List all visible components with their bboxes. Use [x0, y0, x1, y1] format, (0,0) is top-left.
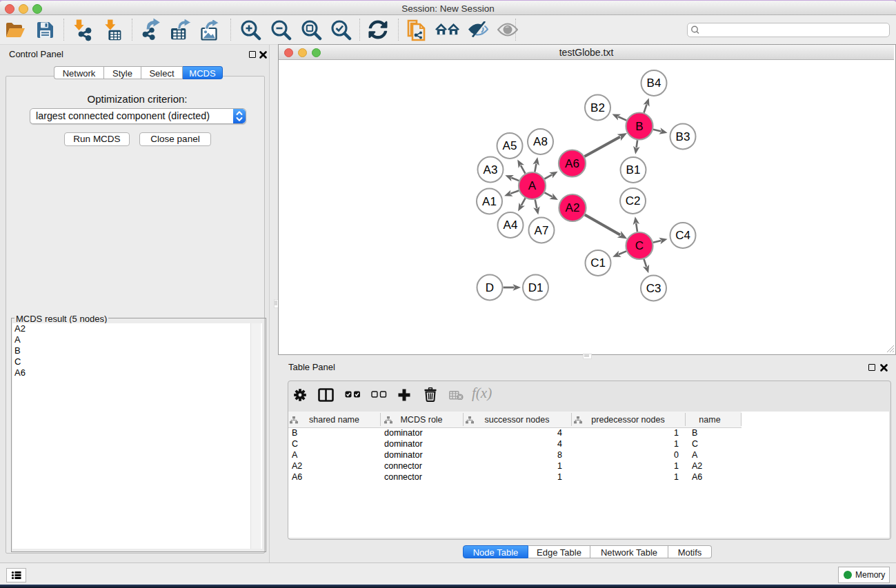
svg-text:A6: A6 — [565, 157, 579, 170]
svg-text:B4: B4 — [647, 77, 661, 90]
svg-text:A5: A5 — [503, 139, 517, 152]
svg-text:A7: A7 — [535, 224, 549, 237]
svg-text:A: A — [528, 179, 537, 192]
svg-text:D1: D1 — [528, 281, 544, 294]
svg-text:D: D — [486, 281, 494, 294]
svg-text:B: B — [635, 120, 643, 133]
svg-text:C3: C3 — [646, 282, 661, 295]
svg-text:A8: A8 — [533, 135, 548, 148]
svg-text:C: C — [635, 239, 644, 252]
svg-text:A4: A4 — [504, 219, 518, 232]
svg-text:C1: C1 — [590, 256, 606, 270]
svg-text:C2: C2 — [626, 194, 641, 207]
svg-text:C4: C4 — [675, 229, 690, 242]
svg-text:B1: B1 — [626, 163, 641, 176]
svg-text:A3: A3 — [484, 163, 498, 176]
svg-text:B3: B3 — [676, 130, 690, 143]
svg-text:A1: A1 — [482, 195, 497, 208]
svg-text:A2: A2 — [566, 201, 580, 214]
svg-text:B2: B2 — [590, 101, 605, 114]
